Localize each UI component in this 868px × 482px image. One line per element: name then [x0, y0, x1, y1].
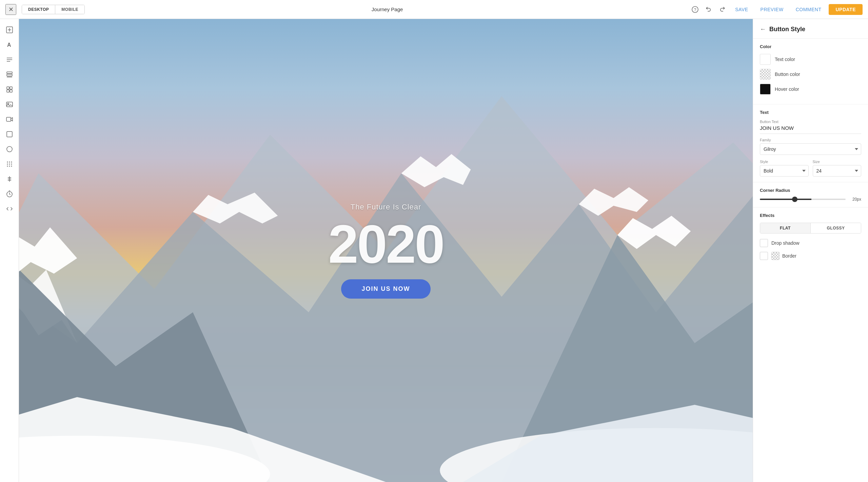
color-section: Color Text color Button color Hover colo…: [753, 39, 868, 104]
hero-subtitle: The Future Is Clear: [328, 203, 443, 212]
rows-icon[interactable]: [3, 68, 16, 81]
drop-shadow-label: Drop shadow: [771, 240, 800, 246]
svg-rect-13: [10, 87, 12, 89]
canvas-content: The Future Is Clear 2020 JOIN US NOW: [328, 203, 443, 299]
text-section-title: Text: [760, 110, 861, 115]
svg-point-22: [9, 162, 10, 163]
svg-point-25: [9, 164, 10, 165]
svg-point-26: [11, 164, 12, 165]
help-button[interactable]: ?: [690, 4, 701, 15]
svg-rect-10: [7, 74, 12, 76]
svg-rect-14: [7, 90, 9, 92]
flat-effect-button[interactable]: FLAT: [760, 223, 811, 233]
canvas-background: The Future Is Clear 2020 JOIN US NOW: [19, 19, 753, 482]
page-title: Journey Page: [85, 6, 690, 12]
paragraph-icon[interactable]: [3, 53, 16, 66]
update-button[interactable]: UPDATE: [829, 4, 863, 15]
button-color-label: Button color: [775, 72, 800, 77]
mobile-view-button[interactable]: MOBILE: [55, 5, 84, 14]
svg-rect-11: [7, 77, 12, 77]
hover-color-row: Hover color: [760, 84, 861, 95]
button-color-swatch[interactable]: [760, 69, 771, 80]
effects-toggle: FLAT GLOSSY: [760, 223, 861, 234]
border-color-swatch[interactable]: [771, 252, 780, 260]
left-sidebar: A: [0, 19, 19, 482]
close-button[interactable]: ✕: [5, 4, 16, 15]
svg-point-21: [7, 162, 8, 163]
size-label: Size: [813, 160, 862, 164]
font-family-select[interactable]: Gilroy Arial Helvetica Times New Roman: [760, 143, 861, 155]
desktop-view-button[interactable]: DESKTOP: [22, 5, 55, 14]
border-row: Border: [760, 252, 861, 260]
main-layout: A: [0, 19, 868, 482]
save-button[interactable]: SAVE: [730, 5, 753, 14]
style-size-row: Style Bold Regular Italic Size 24 12 14 …: [760, 160, 861, 177]
corner-radius-title: Corner Radius: [760, 188, 861, 193]
text-tool-icon[interactable]: A: [3, 38, 16, 52]
svg-point-27: [7, 166, 8, 167]
hero-cta-button[interactable]: JOIN US NOW: [341, 279, 430, 299]
topbar: ✕ DESKTOP MOBILE Journey Page ? SAVE PRE…: [0, 0, 868, 19]
svg-point-24: [7, 164, 8, 165]
corner-radius-section: Corner Radius 20px: [753, 182, 868, 207]
svg-rect-18: [6, 117, 11, 121]
corner-radius-value: 20px: [849, 197, 861, 202]
right-panel: ← Button Style Color Text color Button c…: [753, 19, 868, 482]
timeline-tool-icon[interactable]: [3, 172, 16, 186]
timer-tool-icon[interactable]: [3, 187, 16, 201]
code-tool-icon[interactable]: [3, 202, 16, 216]
comment-button[interactable]: COMMENT: [791, 5, 826, 14]
button-text-field[interactable]: JOIN US NOW: [760, 125, 861, 134]
button-text-label: Button Text: [760, 120, 861, 124]
svg-rect-9: [7, 72, 12, 74]
topbar-actions: ? SAVE PREVIEW COMMENT UPDATE: [690, 4, 863, 15]
svg-rect-12: [7, 87, 9, 89]
svg-line-36: [9, 194, 11, 195]
circle-tool-icon[interactable]: [3, 142, 16, 156]
glossy-effect-button[interactable]: GLOSSY: [811, 223, 861, 233]
border-swatch-row: Border: [771, 252, 796, 260]
svg-text:A: A: [7, 42, 11, 48]
font-size-select[interactable]: 24 12 14 16 18 20 28 32: [813, 165, 862, 177]
svg-point-23: [11, 162, 12, 163]
style-group: Style Bold Regular Italic: [760, 160, 809, 177]
video-tool-icon[interactable]: [3, 113, 16, 126]
effects-section: Effects FLAT GLOSSY Drop shadow Border: [753, 207, 868, 270]
svg-point-29: [11, 166, 12, 167]
color-section-title: Color: [760, 44, 861, 49]
panel-title: Button Style: [769, 26, 805, 33]
image-tool-icon[interactable]: [3, 98, 16, 111]
drop-shadow-row: Drop shadow: [760, 239, 861, 247]
style-label: Style: [760, 160, 809, 164]
grid-tool-icon[interactable]: [3, 157, 16, 171]
svg-text:?: ?: [694, 7, 696, 12]
button-color-row: Button color: [760, 69, 861, 80]
hover-color-label: Hover color: [775, 86, 799, 92]
undo-button[interactable]: [703, 4, 714, 15]
svg-rect-19: [7, 132, 12, 137]
font-style-select[interactable]: Bold Regular Italic: [760, 165, 809, 177]
text-color-swatch[interactable]: [760, 54, 771, 65]
drop-shadow-checkbox[interactable]: [760, 239, 768, 247]
box-tool-icon[interactable]: [3, 127, 16, 141]
hover-color-swatch[interactable]: [760, 84, 771, 95]
effects-title: Effects: [760, 213, 861, 218]
hero-year: 2020: [328, 217, 443, 271]
view-toggle: DESKTOP MOBILE: [22, 5, 85, 14]
panel-header: ← Button Style: [753, 19, 868, 39]
redo-button[interactable]: [717, 4, 728, 15]
widget-icon[interactable]: [3, 83, 16, 96]
svg-point-20: [7, 146, 12, 152]
text-color-label: Text color: [775, 57, 795, 62]
corner-radius-slider-row: 20px: [760, 197, 861, 202]
svg-point-28: [9, 166, 10, 167]
text-section: Text Button Text JOIN US NOW Family Gilr…: [753, 104, 868, 182]
border-label: Border: [782, 253, 796, 259]
svg-rect-15: [10, 90, 12, 92]
panel-back-button[interactable]: ←: [760, 26, 766, 33]
corner-radius-slider[interactable]: [760, 199, 846, 200]
text-color-row: Text color: [760, 54, 861, 65]
preview-button[interactable]: PREVIEW: [756, 5, 788, 14]
add-section-icon[interactable]: [3, 23, 16, 37]
border-checkbox[interactable]: [760, 252, 768, 260]
